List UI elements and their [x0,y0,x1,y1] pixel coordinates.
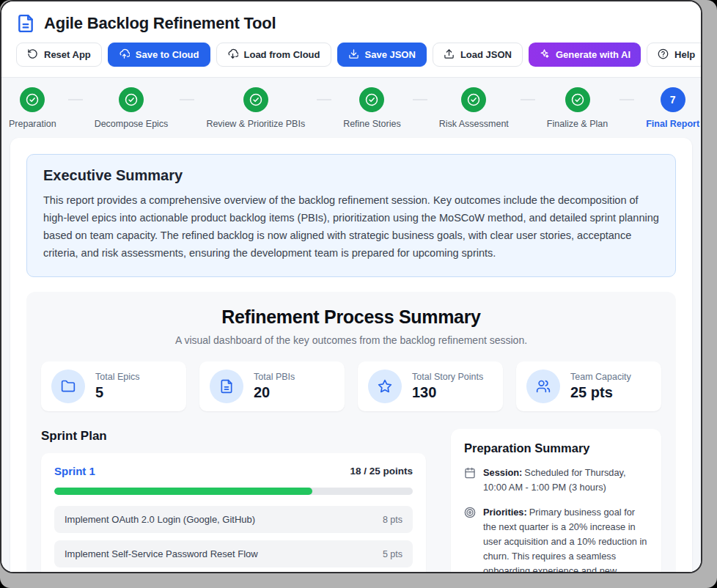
app-header: Agile Backlog Refinement Tool Reset App … [1,1,701,78]
check-circle-icon [20,87,45,112]
screen-background: Agile Backlog Refinement Tool Reset App … [0,0,717,588]
sprint-points: 18 / 25 points [350,466,413,477]
step-label: Final Report [646,119,699,129]
help-button[interactable]: Help [647,43,701,67]
stats-row: Total Epics 5 Total PBIs 20 [41,361,661,411]
reset-icon [27,48,38,62]
step-connector [180,99,194,100]
sprint-item-name: Implement OAuth 2.0 Login (Google, GitHu… [65,514,255,525]
check-circle-icon [359,87,384,112]
reset-app-button[interactable]: Reset App [16,43,102,67]
stat-text: Total Epics 5 [95,372,139,401]
sprint-card: Sprint 1 18 / 25 points Implement OAuth … [41,453,426,572]
stat-total-pbis: Total PBIs 20 [199,361,345,411]
step-connector [317,99,331,100]
app-window: Agile Backlog Refinement Tool Reset App … [1,1,701,572]
step-decompose-epics[interactable]: Decompose Epics [95,87,169,129]
prep-item-label: Session: [483,467,522,478]
load-from-cloud-label: Load from Cloud [244,49,320,60]
load-from-cloud-button[interactable]: Load from Cloud [216,43,331,67]
final-report-card: Executive Summary This report provides a… [10,138,692,572]
sprint-item-name: Implement Self-Service Password Reset Fl… [65,548,258,559]
sprint-item-points: 5 pts [383,549,402,559]
stat-total-epics: Total Epics 5 [41,361,186,411]
step-label: Review & Prioritize PBIs [206,119,305,129]
load-json-label: Load JSON [460,49,512,60]
main-content: Preparation Decompose Epics Review & Pri… [1,78,701,572]
process-summary-title: Refinement Process Summary [41,306,661,328]
step-review-prioritize-pbis[interactable]: Review & Prioritize PBIs [206,87,305,129]
prep-item-label: Priorities: [483,507,527,518]
summary-columns: Sprint Plan Sprint 1 18 / 25 points [41,429,661,572]
save-json-label: Save JSON [365,49,416,60]
step-connector [413,99,427,100]
executive-summary-section: Executive Summary This report provides a… [26,154,676,277]
save-to-cloud-button[interactable]: Save to Cloud [108,43,210,67]
step-label: Preparation [9,119,56,129]
cloud-upload-icon [119,48,130,62]
stat-team-capacity: Team Capacity 25 pts [516,361,661,411]
executive-summary-title: Executive Summary [43,167,659,184]
star-icon [368,370,402,403]
stat-value: 25 pts [570,384,631,401]
stat-label: Team Capacity [570,372,631,382]
stat-total-story-points: Total Story Points 130 [358,361,503,411]
check-circle-icon [565,87,590,112]
check-circle-icon [119,87,144,112]
step-preparation[interactable]: Preparation [9,87,56,129]
step-connector [619,99,634,100]
upload-icon [444,48,455,62]
prep-item-text: Session:Scheduled for Thursday, 10:00 AM… [483,466,648,495]
save-json-button[interactable]: Save JSON [337,43,427,67]
target-icon [464,507,476,518]
stat-text: Total Story Points 130 [412,372,483,401]
sprint-item-points: 8 pts [383,515,402,525]
step-connector [521,99,535,100]
check-circle-icon [461,87,486,112]
sprint-plan-column: Sprint Plan Sprint 1 18 / 25 points [41,429,426,572]
generate-with-ai-button[interactable]: Generate with AI [529,43,641,67]
step-connector [68,99,83,100]
load-json-button[interactable]: Load JSON [433,43,523,67]
step-label: Risk Assessment [439,119,509,129]
sprint-item: Implement Self-Service Password Reset Fl… [54,540,413,567]
cloud-download-icon [227,48,238,62]
preparation-summary-card: Preparation Summary Session:Scheduled fo… [451,429,661,572]
executive-summary-body: This report provides a comprehensive ove… [43,191,659,262]
stat-label: Total Story Points [412,372,483,382]
stat-value: 5 [95,384,139,401]
sparkles-icon [539,48,550,62]
prep-item-text: Priorities:Primary business goal for the… [483,505,648,572]
process-summary-section: Refinement Process Summary A visual dash… [26,292,676,572]
sprint-header: Sprint 1 18 / 25 points [54,465,413,477]
sprint-items: Implement OAuth 2.0 Login (Google, GitHu… [54,506,413,567]
stat-text: Team Capacity 25 pts [570,372,631,401]
process-summary-subtitle: A visual dashboard of the key outcomes f… [41,334,661,346]
step-refine-stories[interactable]: Refine Stories [343,87,401,129]
step-number-badge: 7 [661,87,685,112]
step-finalize-plan[interactable]: Finalize & Plan [547,87,608,129]
preparation-summary-title: Preparation Summary [464,441,648,455]
help-label: Help [674,49,695,60]
step-label: Finalize & Plan [547,119,608,129]
check-circle-icon [243,87,268,112]
sprint-plan-heading: Sprint Plan [41,429,426,444]
team-icon [526,370,560,403]
capacity-progress-track [54,488,413,495]
toolbar: Reset App Save to Cloud Load from Cloud … [16,43,686,67]
save-to-cloud-label: Save to Cloud [136,49,199,60]
step-final-report[interactable]: 7 Final Report [646,87,699,129]
sprint-item: Implement OAuth 2.0 Login (Google, GitHu… [54,506,413,533]
folder-icon [51,370,85,403]
stat-label: Total PBIs [254,372,295,382]
file-text-icon [210,370,243,403]
sprint-name: Sprint 1 [54,465,95,477]
step-label: Refine Stories [343,119,401,129]
stat-value: 20 [254,384,295,401]
calendar-icon [464,467,476,479]
step-label: Decompose Epics [95,119,169,129]
download-icon [348,48,359,62]
help-circle-icon [658,48,669,62]
prep-item-session: Session:Scheduled for Thursday, 10:00 AM… [464,466,648,495]
step-risk-assessment[interactable]: Risk Assessment [439,87,509,129]
